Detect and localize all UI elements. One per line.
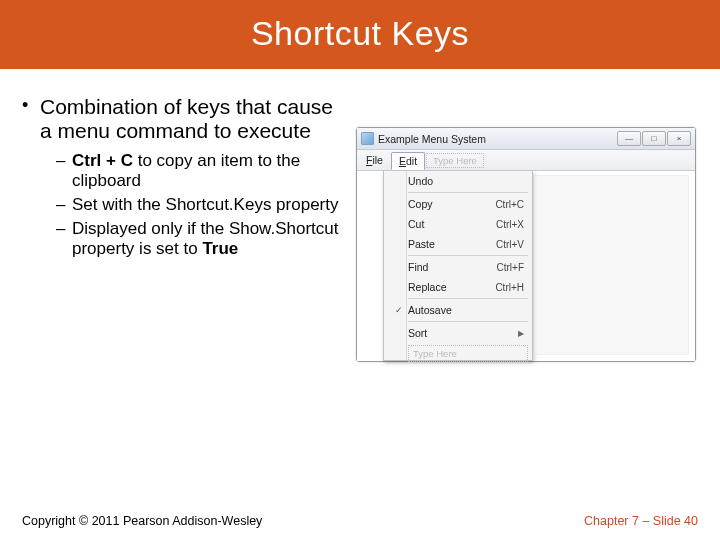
menu-edit[interactable]: Edit (391, 152, 425, 170)
sub-bullet-1: – Ctrl + C to copy an item to the clipbo… (56, 151, 342, 191)
check-icon: ✓ (390, 305, 408, 315)
screenshot-column: Example Menu System — □ × File Edit Type… (342, 95, 698, 362)
window-buttons: — □ × (617, 131, 691, 146)
sub3-pre: Displayed only if the (72, 219, 229, 238)
sub3-bold: True (202, 239, 238, 258)
sub2-pre: Set with the (72, 195, 166, 214)
example-window: Example Menu System — □ × File Edit Type… (356, 127, 696, 362)
menu-typehere-placeholder[interactable]: Type Here (408, 345, 528, 362)
sub2-bold: Shortcut.​Keys property (166, 195, 339, 214)
page-number: Chapter 7 – Slide 40 (584, 514, 698, 528)
menu-item-paste[interactable]: PasteCtrl+V (384, 234, 532, 254)
bullet-column: • Combination of keys that cause a menu … (22, 95, 342, 362)
sub-bullet-list: – Ctrl + C to copy an item to the clipbo… (56, 151, 342, 259)
menu-item-cut[interactable]: CutCtrl+X (384, 214, 532, 234)
edit-dropdown-menu: Undo CopyCtrl+C CutCtrl+X PasteCtrl+V Fi… (383, 171, 533, 361)
menu-separator (408, 321, 528, 322)
dash-icon: – (56, 195, 72, 215)
submenu-arrow-icon: ▶ (518, 329, 524, 338)
window-body-background (533, 175, 689, 355)
bullet-dot: • (22, 95, 40, 143)
close-button[interactable]: × (667, 131, 691, 146)
slide-footer: Copyright © 2011 Pearson Addison-Wesley … (22, 514, 698, 528)
sub-bullet-3: – Displayed only if the Show.​Shortcut p… (56, 219, 342, 259)
copyright-text: Copyright © 2011 Pearson Addison-Wesley (22, 514, 262, 528)
slide-title: Shortcut Keys (0, 0, 720, 69)
dash-icon: – (56, 151, 72, 191)
window-title-text: Example Menu System (378, 133, 617, 145)
sub3-post: is set to (134, 239, 202, 258)
menu-item-undo[interactable]: Undo (384, 171, 532, 191)
minimize-button[interactable]: — (617, 131, 641, 146)
menubar: File Edit Type Here (357, 150, 695, 171)
sub-bullet-2: – Set with the Shortcut.​Keys property (56, 195, 342, 215)
menu-item-copy[interactable]: CopyCtrl+C (384, 194, 532, 214)
menu-separator (408, 255, 528, 256)
menu-file[interactable]: File (359, 152, 390, 168)
menu-typehere-placeholder[interactable]: Type Here (426, 153, 484, 168)
menu-item-replace[interactable]: ReplaceCtrl+H (384, 277, 532, 297)
menu-item-find[interactable]: FindCtrl+F (384, 257, 532, 277)
menu-separator (408, 298, 528, 299)
ctrl-c-label: Ctrl + C (72, 151, 133, 170)
window-app-icon (361, 132, 374, 145)
main-bullet: • Combination of keys that cause a menu … (22, 95, 342, 143)
window-titlebar: Example Menu System — □ × (357, 128, 695, 150)
menu-item-sort[interactable]: Sort▶ (384, 323, 532, 343)
main-bullet-text: Combination of keys that cause a menu co… (40, 95, 342, 143)
dash-icon: – (56, 219, 72, 259)
menu-item-autosave[interactable]: ✓Autosave (384, 300, 532, 320)
window-client-area: Undo CopyCtrl+C CutCtrl+X PasteCtrl+V Fi… (357, 171, 695, 361)
menu-separator (408, 192, 528, 193)
content-area: • Combination of keys that cause a menu … (0, 69, 720, 362)
maximize-button[interactable]: □ (642, 131, 666, 146)
